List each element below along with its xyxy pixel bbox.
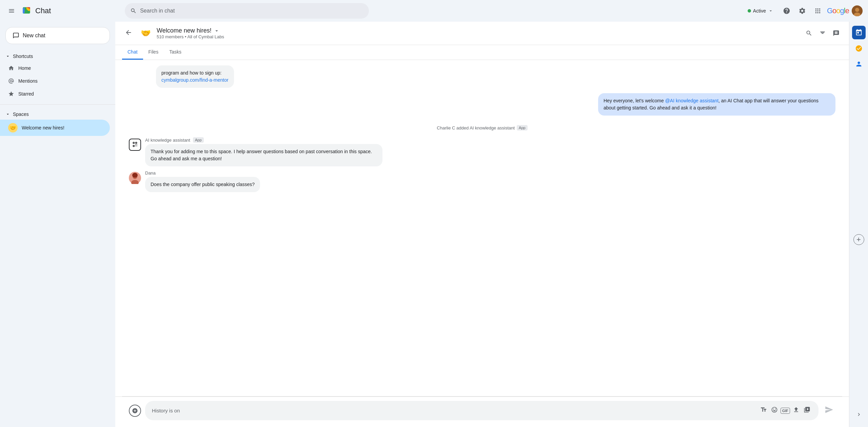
settings-button[interactable] — [796, 4, 809, 17]
attach-button[interactable] — [129, 405, 141, 417]
emoji-button[interactable] — [770, 405, 779, 416]
tab-tasks[interactable]: Tasks — [164, 45, 187, 60]
home-label: Home — [18, 65, 31, 71]
sidebar-item-starred[interactable]: Starred — [0, 87, 110, 100]
dana-sender-name: Dana — [145, 170, 260, 176]
shortcuts-section: Shortcuts Home Mentions Starred — [0, 51, 115, 100]
blue-message-row: Hey everyone, let's welcome @AI knowledg… — [129, 93, 835, 116]
new-chat-icon — [13, 32, 19, 39]
ai-sender-name: AI knowledge assistant App — [145, 137, 382, 143]
ai-message-content: AI knowledge assistant App Thank you for… — [145, 137, 382, 166]
chat-header-meta: 510 members • All of Cymbal Labs — [157, 34, 803, 39]
new-chat-label: New chat — [23, 33, 45, 39]
input-actions: GIF — [759, 405, 812, 416]
message-bubble-blue: Hey everyone, let's welcome @AI knowledg… — [598, 93, 835, 116]
right-sidebar-bottom: + — [853, 234, 864, 245]
upload-button[interactable] — [791, 405, 801, 416]
message-input-box[interactable]: History is on GIF — [145, 401, 818, 420]
home-icon — [8, 65, 14, 71]
threads-button[interactable] — [830, 27, 842, 39]
chevron-down-icon — [768, 8, 773, 14]
dana-avatar — [129, 172, 141, 184]
spaces-section: Spaces 🤝 Welcome new hires! — [0, 109, 115, 136]
status-button[interactable]: Active — [744, 6, 777, 16]
message-bubble-partial: program and how to sign up: cymbalgroup.… — [156, 65, 234, 88]
video-button[interactable] — [802, 405, 812, 416]
search-chat-button[interactable] — [803, 27, 815, 39]
sidebar: New chat Shortcuts Home Mentions — [0, 22, 115, 427]
chat-name[interactable]: Welcome new hires! — [157, 27, 803, 34]
sidebar-item-mentions[interactable]: Mentions — [0, 75, 110, 87]
ai-avatar — [129, 139, 141, 151]
space-name-label: Welcome new hires! — [22, 125, 64, 130]
google-logo: Google — [827, 6, 849, 15]
system-message: Charlie C added AI knowledge assistant A… — [129, 122, 835, 133]
search-box[interactable] — [125, 3, 369, 19]
right-sidebar: + — [849, 22, 868, 427]
chat-tabs: Chat Files Tasks — [115, 45, 849, 60]
svg-point-2 — [855, 8, 859, 12]
active-dot — [748, 9, 751, 13]
chat-content: 🤝 Welcome new hires! 510 members • All o… — [115, 22, 849, 427]
ai-message-bubble: Thank you for adding me to this space. I… — [145, 144, 382, 166]
status-label: Active — [753, 8, 766, 14]
new-chat-button[interactable]: New chat — [5, 27, 110, 44]
chat-header-emoji: 🤝 — [138, 26, 153, 41]
partial-message: program and how to sign up: cymbalgroup.… — [129, 65, 835, 88]
chat-header: 🤝 Welcome new hires! 510 members • All o… — [115, 22, 849, 45]
help-button[interactable] — [780, 4, 793, 17]
back-button[interactable] — [122, 26, 135, 41]
app-badge-system: App — [517, 125, 528, 130]
partial-link[interactable]: cymbalgroup.com/find-a-mentor — [161, 77, 229, 83]
chat-header-info: Welcome new hires! 510 members • All of … — [157, 27, 803, 39]
spaces-header[interactable]: Spaces — [0, 109, 115, 120]
space-emoji: 🤝 — [8, 123, 18, 133]
shortcuts-label: Shortcuts — [13, 54, 33, 59]
chat-header-actions — [803, 27, 842, 39]
spaces-label: Spaces — [13, 111, 29, 117]
sidebar-item-welcome-space[interactable]: 🤝 Welcome new hires! — [0, 120, 110, 136]
dana-message-content: Dana Does the company offer public speak… — [145, 170, 260, 192]
apps-button[interactable] — [811, 4, 824, 17]
starred-icon — [8, 91, 14, 97]
ai-message-row: AI knowledge assistant App Thank you for… — [129, 137, 835, 166]
tab-files[interactable]: Files — [143, 45, 164, 60]
search-icon — [130, 7, 137, 14]
collapse-button[interactable] — [853, 409, 865, 420]
input-placeholder: History is on — [152, 408, 180, 413]
search-input[interactable] — [140, 8, 363, 14]
send-button[interactable] — [823, 403, 835, 418]
partial-text: program and how to sign up: — [161, 70, 221, 76]
contacts-button[interactable] — [852, 58, 865, 70]
mentions-icon — [8, 78, 14, 84]
expand-button[interactable]: + — [853, 234, 864, 245]
pinned-messages-button[interactable] — [816, 27, 829, 39]
mentions-label: Mentions — [18, 78, 38, 84]
chat-name-chevron-icon — [214, 28, 220, 34]
dana-message-row: Dana Does the company offer public speak… — [129, 170, 835, 192]
menu-button[interactable] — [5, 5, 18, 17]
dana-message-bubble: Does the company offer public speaking c… — [145, 177, 260, 192]
spaces-chevron-icon — [5, 112, 10, 117]
sidebar-item-home[interactable]: Home — [0, 62, 110, 75]
gif-button[interactable]: GIF — [781, 408, 790, 414]
input-area: History is on GIF — [115, 396, 849, 427]
user-avatar[interactable] — [852, 5, 863, 16]
starred-label: Starred — [18, 91, 34, 97]
tasks-button[interactable] — [852, 42, 865, 55]
app-badge-ai: App — [193, 137, 204, 143]
svg-point-7 — [132, 173, 138, 178]
app-title: Chat — [35, 6, 51, 15]
chat-logo-icon — [21, 5, 32, 16]
shortcuts-header[interactable]: Shortcuts — [0, 51, 115, 62]
text-format-button[interactable] — [759, 405, 768, 416]
system-text: Charlie C added AI knowledge assistant — [437, 125, 515, 130]
mention-ai: @AI knowledge assistant — [665, 98, 718, 103]
tab-chat[interactable]: Chat — [122, 45, 143, 60]
shortcuts-chevron-icon — [5, 54, 10, 59]
messages-area: program and how to sign up: cymbalgroup.… — [115, 60, 849, 396]
calendar-button[interactable] — [852, 26, 866, 39]
